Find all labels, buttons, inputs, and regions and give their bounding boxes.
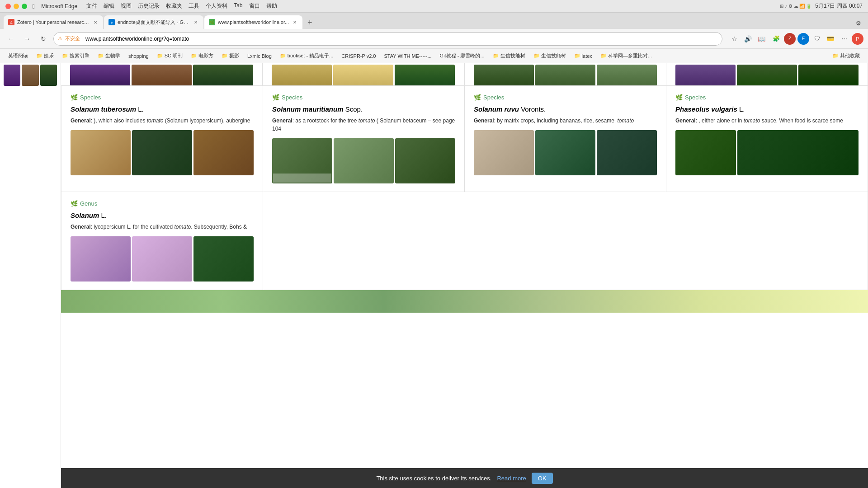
immersive-reader-icon[interactable]: 📖 [756,33,767,44]
apple-icon[interactable]:  [33,3,35,10]
top-img-3c [597,65,657,85]
bookmark-git[interactable]: Git教程 - 廖雪峰的... [436,51,488,61]
bookmark-bookset[interactable]: 📁 bookset - 精品电子... [276,51,337,61]
menu-favorites[interactable]: 收藏夹 [166,2,182,10]
species-name-2[interactable]: Solanum mauritianum Scop. [272,105,455,113]
browser-settings-icon[interactable]: ⚙ [853,17,864,29]
other-favorites[interactable]: 📁 其他收藏 [829,51,863,61]
bookmark-photo[interactable]: 📁 摄影 [218,51,243,61]
bookmark-latex[interactable]: 📁 latex [571,52,596,60]
species-name-1[interactable]: Solanum tuberosum L. [71,105,254,113]
menu-view[interactable]: 视图 [121,2,132,10]
result-card-3: 🌿 Species Solanum ruvu Voronts. General:… [465,86,666,192]
menu-file[interactable]: 文件 [86,2,97,10]
forward-button[interactable]: → [21,33,33,45]
menu-bar: 文件 编辑 视图 历史记录 收藏夹 工具 个人资料 Tab 窗口 帮助 [86,2,277,10]
endnote-toolbar-icon[interactable]: E [797,33,809,45]
close-window-button[interactable] [5,4,11,9]
folder-icon-photo: 📁 [222,53,228,59]
cookie-text: This site uses cookies to deliver its se… [376,475,491,482]
tab-plants-close[interactable]: ✕ [292,19,298,25]
top-img-wrap-2 [272,65,455,85]
top-image-row [61,63,868,86]
cookie-ok-button[interactable]: OK [532,473,553,484]
browser-menu-icon[interactable]: ⋯ [838,33,850,45]
top-img-1a [70,65,130,85]
plants-favicon-letter: 🌿 [210,20,214,24]
bookmark-bioskill1[interactable]: 📁 生信技能树 [489,51,529,61]
bookmark-staywithme[interactable]: STAY WITH ME-----... [381,52,435,60]
bookmark-shopping[interactable]: shopping [125,52,152,60]
bookmark-yingyu[interactable]: 英语阅读 [5,51,32,61]
bookmark-biology[interactable]: 📁 生物学 [94,51,124,61]
bookmark-sciencenet[interactable]: 📁 科学网—多重比对... [597,51,656,61]
species-author-val-3: Voronts. [521,105,546,113]
bookmark-crispr[interactable]: CRISPR-P v2.0 [338,52,379,60]
maximize-window-button[interactable] [22,4,27,9]
favorites-icon[interactable]: ☆ [729,33,740,44]
profile-button[interactable]: P [852,33,863,45]
tomato-italic-genus: tomato [174,224,191,230]
new-tab-button[interactable]: + [303,16,316,29]
bookmark-lxmic[interactable]: Lxmic Blog [244,52,275,60]
genus-images [71,236,254,282]
sidebar-img2 [22,65,38,86]
wallet-icon[interactable]: 💳 [825,33,836,45]
genus-leaf-icon: 🌿 [71,200,78,207]
result-card-1: 🌿 Species Solanum tuberosum L. General: … [61,86,263,192]
top-img-1c [193,65,253,85]
folder-icon-biology: 📁 [98,53,104,59]
read-aloud-icon[interactable]: 🔊 [742,33,753,44]
menu-edit[interactable]: 编辑 [104,2,114,10]
tab-bar: Z Zotero | Your personal research... ✕ e… [0,13,868,29]
refresh-button[interactable]: ↻ [37,33,50,45]
menu-profile[interactable]: 个人资料 [206,2,227,10]
menu-history[interactable]: 历史记录 [138,2,160,10]
extensions-icon[interactable]: 🧩 [770,33,782,45]
top-img-2a [272,65,332,85]
menu-help[interactable]: 帮助 [266,2,277,10]
species-type-label-2: Species [282,94,302,101]
menu-tools[interactable]: 工具 [189,2,199,10]
browser-window-controls: ⚙ [853,17,864,29]
tab-endnote[interactable]: e endnote桌面文献不能导入 - Go... ✕ [104,15,203,29]
bookmark-bioskill2[interactable]: 📁 生信技能树 [530,51,570,61]
endnote-favicon-letter: e [111,20,113,24]
genus-name[interactable]: Solanum L. [71,211,254,219]
bookmark-git-label: Git教程 - 廖雪峰的... [440,52,485,59]
species-img-2c [395,138,455,183]
back-button[interactable]: ← [5,33,17,45]
zotero-toolbar-icon[interactable]: Z [784,33,796,45]
app-name-label: Microsoft Edge [41,3,77,9]
species-name-3[interactable]: Solanum ruvu Voronts. [474,105,657,113]
cookie-read-more-link[interactable]: Read more [497,475,526,482]
minimize-window-button[interactable] [14,4,19,9]
species-name-4[interactable]: Phaseolus vulgaris L. [675,105,859,113]
species-badge-4: 🌿 Species [675,94,859,101]
bookmark-movies-label: 电影方 [198,52,213,59]
bookmark-search[interactable]: 📁 搜索引擎 [58,51,93,61]
title-bar:  Microsoft Edge 文件 编辑 视图 历史记录 收藏夹 工具 个人… [0,0,868,13]
tab-zotero[interactable]: Z Zotero | Your personal research... ✕ [4,15,103,29]
tomato-italic-3: tomato [618,117,634,124]
address-bar: ← → ↻ ⚠ 不安全 ☆ 🔊 📖 🧩 Z E 🛡 💳 ⋯ P [0,29,868,49]
result-card-2: 🌿 Species Solanum mauritianum Scop. Gene… [263,86,465,192]
address-input[interactable] [53,32,722,46]
species-desc-bold-1: General [71,117,91,124]
folder-icon-bookset: 📁 [280,53,286,59]
more-bookmarks-button[interactable]: 📁 其他收藏 [829,51,863,61]
tab-plants[interactable]: 🌿 www.plantsoftheworldonline.or... ✕ [204,15,302,29]
tab-endnote-close[interactable]: ✕ [193,19,199,25]
bookmark-search-label: 搜索引擎 [70,52,90,59]
menu-tab[interactable]: Tab [234,2,242,10]
species-desc-4: General: , either alone or in tomato sau… [675,117,859,125]
menu-window[interactable]: 窗口 [249,2,260,10]
bookmark-sci[interactable]: 📁 SCI明刊 [153,51,186,61]
species-img-3b [535,130,595,175]
tab-zotero-close[interactable]: ✕ [92,19,99,25]
shield-icon[interactable]: 🛡 [811,33,823,45]
zotero-favicon: Z [8,19,14,25]
bookmark-yule[interactable]: 📁 娱乐 [33,51,57,61]
bookmark-movies[interactable]: 📁 电影方 [187,51,217,61]
traffic-lights[interactable] [5,4,27,9]
